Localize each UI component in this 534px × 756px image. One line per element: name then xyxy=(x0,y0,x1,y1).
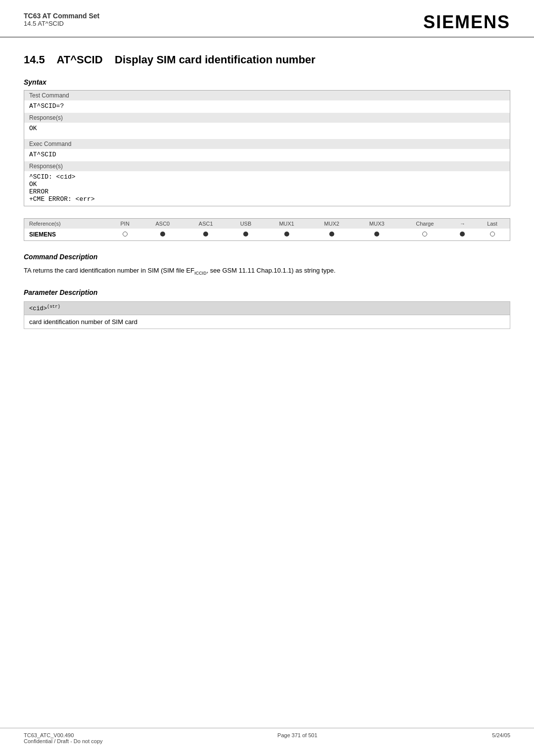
command-description-heading: Command Description xyxy=(24,253,510,261)
ref-col-asc0: ASC0 xyxy=(141,219,184,229)
section-heading: 14.5 AT^SCID Display SIM card identifica… xyxy=(24,53,510,66)
ref-col-asc1: ASC1 xyxy=(184,219,227,229)
ref-charge-indicator xyxy=(400,229,450,241)
test-command-value: AT^SCID=? xyxy=(24,100,510,113)
parameter-table: <cid>(str) card identification number of… xyxy=(24,301,510,329)
filled-circle-icon xyxy=(243,232,248,236)
exec-response-label: Response(s) xyxy=(24,161,510,171)
param-desc-cell: card identification number of SIM card xyxy=(24,315,510,329)
param-name: <cid> xyxy=(29,305,47,312)
ref-usb-indicator xyxy=(227,229,264,241)
command-description-text: TA returns the card identification numbe… xyxy=(24,266,510,277)
ref-asc0-indicator xyxy=(141,229,184,241)
footer-left: TC63_ATC_V00.490 Confidential / Draft - … xyxy=(24,732,103,744)
param-label-cell: <cid>(str) xyxy=(24,302,510,315)
test-command-label: Test Command xyxy=(24,91,510,101)
ref-col-charge: Charge xyxy=(400,219,450,229)
company-logo: SIEMENS xyxy=(423,12,510,33)
test-command-value-row: AT^SCID=? xyxy=(24,100,510,113)
test-response-value: OK xyxy=(24,123,510,135)
reference-table: Reference(s) PIN ASC0 ASC1 USB MUX1 MUX2… xyxy=(24,218,510,241)
param-desc-row: card identification number of SIM card xyxy=(24,315,510,329)
command-table: Test Command AT^SCID=? Response(s) OK Ex… xyxy=(24,90,510,206)
ref-pin-indicator xyxy=(109,229,141,241)
syntax-label: Syntax xyxy=(24,78,510,86)
footer-confidential: Confidential / Draft - Do not copy xyxy=(24,738,103,744)
doc-title: TC63 AT Command Set xyxy=(24,12,99,20)
param-label-row: <cid>(str) xyxy=(24,302,510,315)
ref-header-row: Reference(s) PIN ASC0 ASC1 USB MUX1 MUX2… xyxy=(24,219,510,229)
ref-col-mux1: MUX1 xyxy=(264,219,309,229)
exec-command-label-row: Exec Command xyxy=(24,139,510,149)
ref-col-mux2: MUX2 xyxy=(309,219,354,229)
exec-command-label: Exec Command xyxy=(24,139,510,149)
main-content: 14.5 AT^SCID Display SIM card identifica… xyxy=(0,38,534,353)
empty-circle-icon xyxy=(490,232,495,236)
ref-col-pin: PIN xyxy=(109,219,141,229)
filled-circle-icon xyxy=(374,232,379,236)
exec-response-values: ^SCID: <cid> OK ERROR +CME ERROR: <err> xyxy=(24,171,510,206)
test-command-label-row: Test Command xyxy=(24,91,510,101)
filled-circle-icon xyxy=(329,232,334,236)
ref-col-usb: USB xyxy=(227,219,264,229)
footer-date: 5/24/05 xyxy=(492,732,510,744)
filled-circle-icon xyxy=(284,232,289,236)
exec-resp-line4: +CME ERROR: <err> xyxy=(29,195,95,203)
filled-circle-icon xyxy=(160,232,165,236)
filled-circle-icon xyxy=(460,232,465,236)
ref-mux2-indicator xyxy=(309,229,354,241)
empty-circle-icon xyxy=(422,232,427,236)
footer-doc-id: TC63_ATC_V00.490 xyxy=(24,732,103,738)
exec-response-lines-row: ^SCID: <cid> OK ERROR +CME ERROR: <err> xyxy=(24,171,510,206)
exec-resp-line3: ERROR xyxy=(29,188,48,195)
exec-response-label-row: Response(s) xyxy=(24,161,510,171)
exec-command-value-row: AT^SCID xyxy=(24,149,510,161)
subscript-iccid: ICCID xyxy=(194,271,207,276)
exec-resp-line1: ^SCID: <cid> xyxy=(29,173,76,181)
ref-col-mux3: MUX3 xyxy=(355,219,400,229)
ref-mux1-indicator xyxy=(264,229,309,241)
ref-mux3-indicator xyxy=(355,229,400,241)
page-header: TC63 AT Command Set 14.5 AT^SCID SIEMENS xyxy=(0,0,534,38)
filled-circle-icon xyxy=(203,232,208,236)
ref-data-row: SIEMENS xyxy=(24,229,510,241)
test-response-value-row: OK xyxy=(24,123,510,135)
footer-page: Page 371 of 501 xyxy=(277,732,317,744)
ref-asc1-indicator xyxy=(184,229,227,241)
ref-col-last: Last xyxy=(475,219,510,229)
test-response-label: Response(s) xyxy=(24,113,510,123)
ref-col-references: Reference(s) xyxy=(24,219,109,229)
page-footer: TC63_ATC_V00.490 Confidential / Draft - … xyxy=(0,728,534,744)
ref-last-indicator xyxy=(475,229,510,241)
row-separator xyxy=(24,135,510,139)
ref-name: SIEMENS xyxy=(24,229,109,241)
param-superscript: (str) xyxy=(47,304,60,309)
ref-arrow-indicator xyxy=(450,229,475,241)
exec-resp-line2: OK xyxy=(29,181,37,188)
parameter-description-heading: Parameter Description xyxy=(24,288,510,296)
ref-col-arrow: → xyxy=(450,219,475,229)
section-ref: 14.5 AT^SCID xyxy=(24,20,99,27)
section-number: 14.5 xyxy=(24,53,45,66)
empty-circle-icon xyxy=(123,232,128,236)
section-subtitle: Display SIM card identification number xyxy=(115,53,315,66)
header-doc-info: TC63 AT Command Set 14.5 AT^SCID xyxy=(24,12,99,27)
test-response-label-row: Response(s) xyxy=(24,113,510,123)
section-title: AT^SCID xyxy=(56,53,102,66)
exec-command-value: AT^SCID xyxy=(24,149,510,161)
